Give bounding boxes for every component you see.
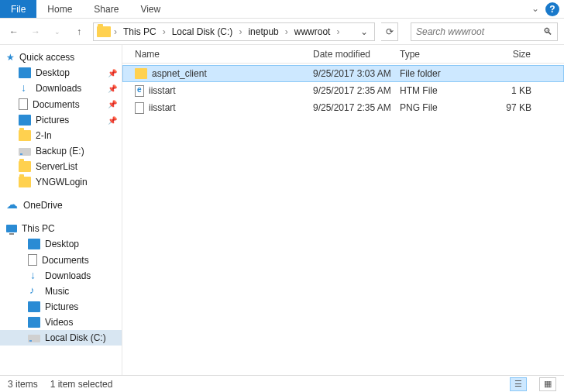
sidebar-item-label: Documents <box>33 99 80 110</box>
sidebar-item-serverlist[interactable]: ServerList <box>0 159 122 174</box>
sidebar-item-yngwlogin[interactable]: YNGWLogin <box>0 174 122 190</box>
sidebar-item-label: Local Disk (C:) <box>45 332 106 343</box>
sidebar-onedrive[interactable]: OneDrive <box>0 198 122 213</box>
tab-view[interactable]: View <box>129 0 171 18</box>
status-item-count: 3 items <box>8 379 38 390</box>
documents-icon <box>28 254 37 266</box>
sidebar-item-pc-documents[interactable]: Documents <box>0 252 122 268</box>
file-row[interactable]: aspnet_client9/25/2017 3:03 AMFile folde… <box>122 65 564 82</box>
sidebar-item-pc-localdisk[interactable]: Local Disk (C:) <box>0 330 122 346</box>
folder-icon <box>19 130 31 141</box>
breadcrumb-wwwroot[interactable]: wwwroot <box>291 26 334 37</box>
sidebar-item-2in[interactable]: 2-In <box>0 128 122 143</box>
breadcrumb-this-pc[interactable]: This PC <box>120 26 160 37</box>
tab-home[interactable]: Home <box>36 0 83 18</box>
chevron-right-icon[interactable]: › <box>237 26 243 37</box>
file-date: 9/25/2017 2:35 AM <box>308 102 395 113</box>
column-size[interactable]: Size <box>482 49 536 60</box>
pictures-icon <box>19 115 31 126</box>
sidebar-quick-access[interactable]: ★ Quick access <box>0 50 122 65</box>
search-box[interactable]: 🔍︎ <box>411 22 558 41</box>
sidebar-item-label: Pictures <box>45 301 78 312</box>
desktop-icon <box>28 239 40 249</box>
htm-icon <box>135 85 144 97</box>
recent-dropdown-icon[interactable]: ⌄ <box>50 24 65 40</box>
view-large-icons-button[interactable]: ▦ <box>539 377 556 391</box>
sidebar-this-pc[interactable]: This PC <box>0 221 122 236</box>
chevron-right-icon[interactable]: › <box>335 26 341 37</box>
sidebar-item-label: OneDrive <box>23 200 63 211</box>
sidebar-item-label: ServerList <box>36 161 77 172</box>
sidebar-item-pictures[interactable]: Pictures 📌 <box>0 112 122 128</box>
search-icon[interactable]: 🔍︎ <box>543 26 552 37</box>
forward-button[interactable]: → <box>28 24 43 40</box>
ribbon-expand-icon[interactable]: ⌄ <box>525 0 545 18</box>
tab-file[interactable]: File <box>0 0 36 18</box>
file-list: Name Date modified Type Size aspnet_clie… <box>122 45 564 375</box>
chevron-right-icon[interactable]: › <box>284 26 290 37</box>
navigation-pane: ★ Quick access Desktop 📌 Downloads 📌 Doc… <box>0 45 122 375</box>
pin-icon: 📌 <box>108 100 117 108</box>
back-button[interactable]: ← <box>6 24 22 40</box>
downloads-icon <box>19 83 31 94</box>
status-bar: 3 items 1 item selected ☰ ▦ <box>0 375 564 392</box>
file-name: iisstart <box>149 85 176 96</box>
sidebar-item-documents[interactable]: Documents 📌 <box>0 96 122 112</box>
search-input[interactable] <box>416 26 543 37</box>
chevron-right-icon[interactable]: › <box>112 26 119 37</box>
sidebar-item-label: Music <box>45 286 69 297</box>
drive-icon <box>19 148 31 156</box>
file-type: PNG File <box>395 102 482 113</box>
pictures-icon <box>28 301 40 312</box>
folder-icon <box>19 161 31 172</box>
sidebar-item-pc-downloads[interactable]: Downloads <box>0 268 122 284</box>
status-selected-count: 1 item selected <box>50 379 113 390</box>
pin-icon: 📌 <box>108 116 117 125</box>
address-bar[interactable]: › This PC › Local Disk (C:) › inetpub › … <box>93 22 375 41</box>
drive-icon <box>28 335 40 342</box>
sidebar-item-label: YNGWLogin <box>36 177 88 187</box>
address-dropdown-icon[interactable]: ⌄ <box>357 26 371 37</box>
up-button[interactable]: ↑ <box>71 24 87 40</box>
file-size: 1 KB <box>482 85 536 96</box>
folder-icon <box>19 177 31 187</box>
png-icon <box>135 102 144 114</box>
column-name[interactable]: Name <box>130 49 308 60</box>
sidebar-item-pc-pictures[interactable]: Pictures <box>0 299 122 315</box>
file-row[interactable]: iisstart9/25/2017 2:35 AMPNG File97 KB <box>122 99 564 116</box>
downloads-icon <box>28 270 40 281</box>
onedrive-icon <box>6 200 19 211</box>
breadcrumb-local-disk[interactable]: Local Disk (C:) <box>169 26 236 37</box>
refresh-button[interactable]: ⟳ <box>381 22 398 41</box>
star-icon: ★ <box>6 52 15 63</box>
sidebar-item-backup[interactable]: Backup (E:) <box>0 143 122 159</box>
folder-icon <box>135 68 147 79</box>
sidebar-item-downloads[interactable]: Downloads 📌 <box>0 81 122 96</box>
sidebar-item-label: Desktop <box>36 67 70 78</box>
view-details-button[interactable]: ☰ <box>510 377 527 391</box>
pc-icon <box>6 225 17 232</box>
sidebar-item-pc-music[interactable]: Music <box>0 284 122 299</box>
file-date: 9/25/2017 3:03 AM <box>308 68 395 79</box>
sidebar-item-label: Pictures <box>36 115 69 126</box>
desktop-icon <box>19 67 31 78</box>
sidebar-item-pc-desktop[interactable]: Desktop <box>0 236 122 252</box>
sidebar-item-pc-videos[interactable]: Videos <box>0 315 122 330</box>
file-name: iisstart <box>149 102 176 113</box>
sidebar-item-desktop[interactable]: Desktop 📌 <box>0 65 122 81</box>
sidebar-item-label: Videos <box>45 317 73 328</box>
folder-icon <box>97 26 111 37</box>
chevron-right-icon[interactable]: › <box>161 26 167 37</box>
file-row[interactable]: iisstart9/25/2017 2:35 AMHTM File1 KB <box>122 82 564 99</box>
sidebar-item-label: This PC <box>22 223 55 234</box>
pin-icon: 📌 <box>108 84 117 93</box>
breadcrumb-inetpub[interactable]: inetpub <box>245 26 281 37</box>
sidebar-item-label: Backup (E:) <box>36 146 84 156</box>
navbar: ← → ⌄ ↑ › This PC › Local Disk (C:) › in… <box>0 19 564 45</box>
sidebar-item-label: 2-In <box>36 130 52 141</box>
help-icon[interactable]: ? <box>545 2 559 16</box>
tab-share[interactable]: Share <box>83 0 129 18</box>
column-type[interactable]: Type <box>395 49 482 60</box>
music-icon <box>28 286 40 297</box>
column-date[interactable]: Date modified <box>308 49 395 60</box>
